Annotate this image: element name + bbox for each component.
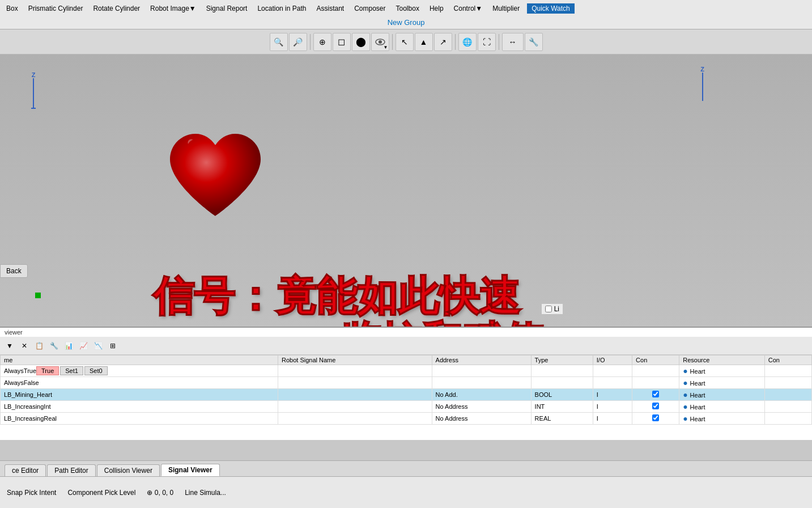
col-header-address: Address bbox=[432, 355, 531, 365]
robot-signal-cell bbox=[278, 389, 432, 401]
resource-text: Heart bbox=[690, 416, 705, 422]
3d-viewport[interactable]: Z Z Back Li 信号：竟能如此快速 bbox=[0, 54, 812, 327]
menu-signal-report[interactable]: Signal Report bbox=[203, 3, 250, 14]
z-axis-label-left: Z bbox=[32, 71, 36, 78]
li-checkbox[interactable] bbox=[545, 306, 552, 312]
resource-cell: ● Heart bbox=[679, 377, 765, 389]
back-button[interactable]: Back bbox=[0, 264, 28, 278]
true-button[interactable]: True bbox=[36, 366, 59, 375]
li-checkbox-area: Li bbox=[542, 304, 563, 314]
type-cell: INT bbox=[531, 401, 593, 413]
menu-box[interactable]: Box bbox=[3, 3, 21, 14]
origin-dot bbox=[35, 293, 41, 298]
measure-button[interactable]: ↔ bbox=[502, 33, 524, 51]
resource-text: Heart bbox=[690, 380, 705, 387]
menu-quick-watch[interactable]: Quick Watch bbox=[527, 3, 575, 14]
address-cell: No Add. bbox=[432, 389, 531, 401]
type-cell bbox=[531, 365, 593, 377]
toolbar-sep-2 bbox=[392, 34, 393, 50]
con-checkbox-cell bbox=[632, 401, 679, 413]
col-header-con2: Con bbox=[764, 355, 811, 365]
panel-toolbar: ▼ ✕ 📋 🔧 📊 📈 📉 ⊞ bbox=[0, 337, 812, 355]
address-cell bbox=[432, 377, 531, 389]
signal-table-scroll[interactable]: me Robot Signal Name Address Type I/O Co… bbox=[0, 355, 812, 450]
heart-3d-object bbox=[159, 122, 272, 236]
menu-assistant[interactable]: Assistant bbox=[313, 3, 347, 14]
toolbar-sep-3 bbox=[455, 34, 456, 50]
con-checkbox[interactable] bbox=[652, 403, 659, 409]
panel-trend-button[interactable]: 📈 bbox=[77, 340, 90, 352]
io-cell: I bbox=[593, 401, 632, 413]
panel-copy-button[interactable]: 📋 bbox=[33, 340, 45, 352]
tab-path-editor[interactable]: Path Editor bbox=[47, 464, 95, 476]
signal-name-cell: LB_Mining_Heart bbox=[1, 389, 278, 401]
menu-row2: New Group bbox=[0, 15, 812, 29]
con-checkbox[interactable] bbox=[652, 391, 659, 397]
zoom-out-button[interactable]: 🔎 bbox=[289, 33, 307, 51]
coords-display: ⊕ 0, 0, 0 bbox=[147, 489, 173, 497]
menu-help[interactable]: Help bbox=[427, 3, 447, 14]
set1-button[interactable]: Set1 bbox=[60, 366, 83, 375]
panel-table-button[interactable]: ⊞ bbox=[107, 340, 119, 352]
panel-settings-button[interactable]: 🔧 bbox=[48, 340, 60, 352]
type-cell bbox=[531, 377, 593, 389]
triangle-button[interactable]: ▲ bbox=[415, 33, 433, 51]
menu-prismatic-cylinder[interactable]: Prismatic Cylinder bbox=[25, 3, 86, 14]
signal-viewer-panel: viewer ▼ ✕ 📋 🔧 📊 📈 📉 ⊞ me Robot Signal N… bbox=[0, 327, 812, 440]
con-checkbox-cell bbox=[632, 365, 679, 377]
menu-composer[interactable]: Composer bbox=[351, 3, 388, 14]
box-view-button[interactable]: ◻ bbox=[333, 33, 351, 51]
component-pick-label: Component Pick Level bbox=[67, 489, 135, 497]
tab-collision-viewer[interactable]: Collision Viewer bbox=[97, 464, 160, 476]
menu-robot-image[interactable]: Robot Image▼ bbox=[147, 3, 199, 14]
globe-button[interactable]: 🌐 bbox=[458, 33, 477, 51]
io-cell: I bbox=[593, 389, 632, 401]
set0-button[interactable]: Set0 bbox=[84, 366, 108, 375]
tool-button[interactable]: 🔧 bbox=[525, 33, 543, 51]
col-header-con: Con bbox=[632, 355, 679, 365]
menu-multiplier[interactable]: Multiplier bbox=[490, 3, 522, 14]
panel-log-button[interactable]: 📉 bbox=[92, 340, 104, 352]
overlay-text-line2: 监控和赋值 bbox=[340, 321, 544, 327]
type-cell: REAL bbox=[531, 413, 593, 425]
robot-signal-cell bbox=[278, 377, 432, 389]
grid-button[interactable]: ⛶ bbox=[478, 33, 496, 51]
address-cell: No Address bbox=[432, 401, 531, 413]
new-group-button[interactable]: New Group bbox=[385, 17, 428, 28]
main-toolbar: 🔍 🔎 ⊕ ◻ ⬤ ▼ ↖ ▲ ↗ 🌐 ⛶ ↔ 🔧 bbox=[0, 29, 812, 54]
col-header-name: me bbox=[1, 355, 278, 365]
tab-ce-editor[interactable]: ce Editor bbox=[5, 464, 46, 476]
toolbar-sep-4 bbox=[499, 34, 499, 50]
overlay-text-line1: 信号：竟能如此快速 bbox=[153, 276, 520, 316]
status-bar: Snap Pick Intent Component Pick Level ⊕ … bbox=[0, 476, 812, 508]
select2-button[interactable]: ↗ bbox=[434, 33, 452, 51]
menu-location-in-path[interactable]: Location in Path bbox=[254, 3, 309, 14]
center-view-button[interactable]: ⊕ bbox=[313, 33, 331, 51]
eye-button[interactable]: ▼ bbox=[371, 33, 389, 51]
robot-signal-cell bbox=[278, 413, 432, 425]
con-checkbox[interactable] bbox=[652, 414, 659, 421]
col-header-type: Type bbox=[531, 355, 593, 365]
zoom-in-button[interactable]: 🔍 bbox=[270, 33, 288, 51]
menu-toolbox[interactable]: Toolbox bbox=[393, 3, 422, 14]
axis-indicator-left: Z bbox=[31, 71, 36, 109]
sphere-view-button[interactable]: ⬤ bbox=[352, 33, 370, 51]
address-cell: No Address bbox=[432, 413, 531, 425]
menu-control[interactable]: Control▼ bbox=[451, 3, 486, 14]
panel-chart-button[interactable]: 📊 bbox=[62, 340, 75, 352]
con-checkbox-cell bbox=[632, 389, 679, 401]
signal-name-cell: AlwaysTrueTrueSet1Set0 bbox=[1, 365, 278, 377]
tab-signal-viewer[interactable]: Signal Viewer bbox=[161, 464, 220, 476]
table-row: LB_IncreasingIntNo AddressINTI● Heart bbox=[1, 401, 812, 413]
line-sim-label: Line Simula... bbox=[185, 489, 226, 497]
select-button[interactable]: ↖ bbox=[396, 33, 414, 51]
signal-name-cell: LB_IncreasingReal bbox=[1, 413, 278, 425]
panel-remove-button[interactable]: ✕ bbox=[18, 340, 31, 352]
robot-signal-cell bbox=[278, 365, 432, 377]
axis-indicator-right: Z bbox=[700, 66, 704, 101]
signal-name-cell: AlwaysFalse bbox=[1, 377, 278, 389]
panel-filter-button[interactable]: ▼ bbox=[3, 340, 16, 352]
io-cell: I bbox=[593, 413, 632, 425]
menu-rotate-cylinder[interactable]: Rotate Cylinder bbox=[90, 3, 143, 14]
table-row: LB_IncreasingRealNo AddressREALI● Heart bbox=[1, 413, 812, 425]
